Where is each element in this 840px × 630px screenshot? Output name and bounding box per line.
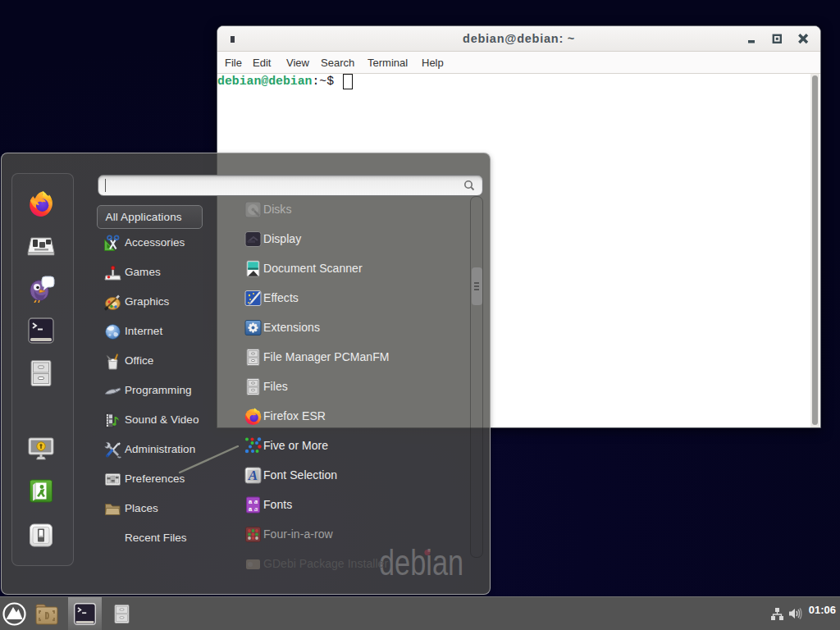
svg-text:a: a [254,505,258,513]
svg-text:A: A [248,468,258,483]
